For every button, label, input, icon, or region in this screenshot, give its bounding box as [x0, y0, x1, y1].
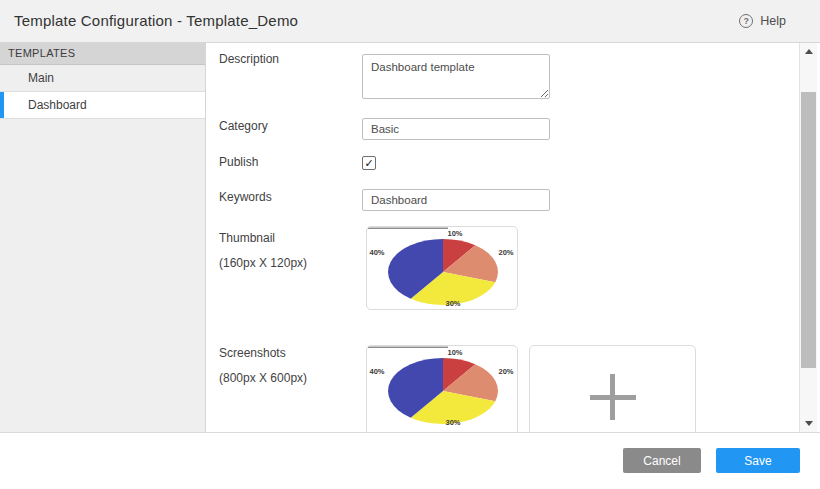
sidebar-item-dashboard[interactable]: Dashboard — [0, 92, 205, 119]
sidebar-item-main[interactable]: Main — [0, 65, 205, 92]
publish-checkbox[interactable]: ✓ — [362, 156, 376, 170]
description-label: Description — [219, 52, 279, 66]
checkmark-icon: ✓ — [364, 157, 373, 169]
thumbnail-label: Thumbnail — [219, 231, 275, 245]
keywords-label: Keywords — [219, 190, 272, 204]
help-label: Help — [760, 14, 786, 28]
footer: Cancel Save — [0, 432, 820, 489]
pie-label-20: 20% — [498, 367, 513, 376]
page-title: Template Configuration - Template_Demo — [14, 0, 298, 42]
publish-label: Publish — [219, 155, 258, 169]
sidebar-header: TEMPLATES — [0, 43, 205, 65]
help-button[interactable]: ? Help — [739, 0, 786, 42]
scroll-down-icon[interactable] — [805, 421, 813, 426]
header: Template Configuration - Template_Demo ?… — [0, 0, 820, 43]
pie-label-30: 30% — [445, 299, 460, 308]
help-icon-glyph: ? — [744, 17, 750, 26]
category-input[interactable] — [362, 118, 550, 140]
add-screenshot-button[interactable] — [529, 345, 696, 432]
help-icon: ? — [739, 14, 753, 28]
scrollbar-thumb[interactable] — [801, 92, 816, 368]
screenshot-image-card[interactable]: 10% 20% 30% 40% — [366, 345, 518, 432]
save-button[interactable]: Save — [716, 448, 800, 473]
keywords-input[interactable] — [362, 189, 550, 211]
sidebar-item-label: Main — [28, 71, 54, 85]
pie-label-30: 30% — [445, 418, 460, 427]
pie-label-40: 40% — [369, 367, 384, 376]
add-icon — [590, 374, 636, 420]
selected-indicator — [0, 92, 4, 118]
vertical-scrollbar[interactable] — [799, 43, 817, 432]
cancel-button[interactable]: Cancel — [623, 448, 701, 473]
screenshots-label: Screenshots — [219, 346, 286, 360]
category-label: Category — [219, 119, 268, 133]
pie-label-20: 20% — [498, 248, 513, 257]
form-panel: Description Dashboard template Category … — [207, 43, 799, 432]
pie-chart-image: 10% 20% 30% 40% — [367, 346, 517, 428]
thumbnail-image-card[interactable]: 10% 20% 30% 40% — [366, 226, 518, 310]
pie-label-10: 10% — [447, 348, 462, 357]
sidebar-item-label: Dashboard — [28, 98, 87, 112]
sidebar: TEMPLATES Main Dashboard — [0, 43, 206, 432]
thumbnail-size-hint: (160px X 120px) — [219, 256, 307, 270]
scroll-up-icon[interactable] — [805, 49, 813, 54]
pie-label-10: 10% — [447, 229, 462, 238]
screenshots-size-hint: (800px X 600px) — [219, 371, 307, 385]
pie-chart-image: 10% 20% 30% 40% — [367, 227, 517, 309]
pie-label-40: 40% — [369, 248, 384, 257]
description-textarea[interactable]: Dashboard template — [362, 54, 550, 99]
